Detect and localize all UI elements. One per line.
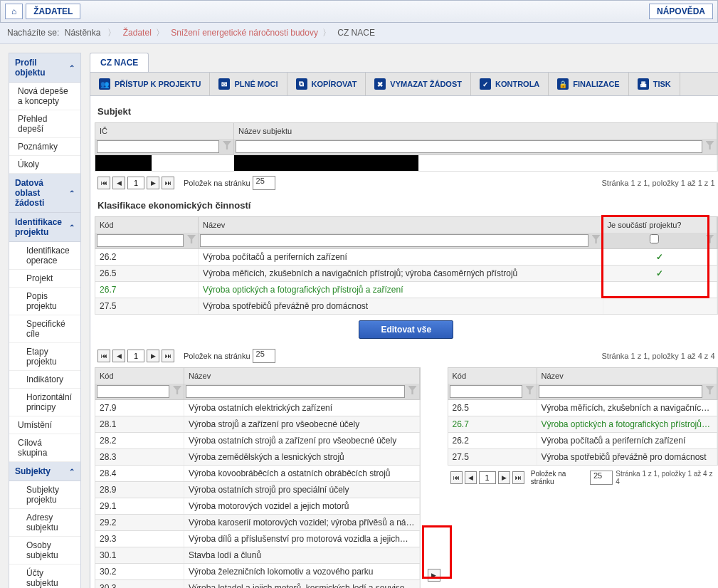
table-row[interactable]: 28.4 Výroba kovoobráběcích a ostatních o… (95, 466, 420, 482)
table-row[interactable]: 30.3 Výroba letadel a jejich motorů, kos… (95, 580, 420, 588)
pager-prev-button[interactable]: ◀ (465, 471, 477, 484)
pager-prev-button[interactable]: ◀ (112, 177, 125, 189)
sidebar-item-cilova[interactable]: Cílová skupina (9, 434, 80, 462)
filter-icon[interactable] (173, 386, 181, 394)
home-button[interactable]: ⌂ (5, 4, 23, 19)
table-row[interactable]: 28.2 Výroba ostatních strojů a zařízení … (95, 433, 420, 449)
filter-nazev-input[interactable] (200, 234, 588, 247)
filter-kod-input[interactable] (450, 385, 522, 398)
table-row[interactable]: 29.1 Výroba motorových vozidel a jejich … (95, 498, 420, 515)
sidebar-item[interactable]: Horizontální principy (9, 389, 80, 416)
filter-nazev-input[interactable] (539, 385, 702, 398)
pager-last-button[interactable]: ⏭ (162, 177, 174, 189)
zadatel-button[interactable]: ŽADATEL (26, 4, 80, 19)
filter-kod-input[interactable] (97, 385, 169, 398)
col-header-kod[interactable]: Kód (95, 217, 199, 233)
filter-soucasti-checkbox[interactable] (606, 234, 703, 243)
filter-icon[interactable] (526, 386, 534, 394)
pager-page-input[interactable] (127, 350, 144, 362)
sidebar-item[interactable]: Adresy subjektu (9, 509, 80, 537)
tool-vymazat[interactable]: ✖VYMAZAT ŽÁDOST (366, 73, 471, 95)
pager-last-button[interactable]: ⏭ (162, 350, 174, 362)
table-row[interactable]: 28.9 Výroba ostatních strojů pro speciál… (95, 482, 420, 498)
sidebar-item[interactable]: Projekt (9, 270, 80, 288)
pager-prev-button[interactable]: ◀ (112, 350, 125, 362)
sidebar-item[interactable]: Přehled depeší (9, 110, 80, 138)
table-row[interactable]: 28.1 Výroba strojů a zařízení pro všeobe… (95, 416, 420, 433)
filter-icon[interactable] (408, 386, 417, 394)
filter-icon[interactable] (223, 141, 231, 149)
table-row[interactable]: 26.2 Výroba počítačů a periferních zaříz… (95, 249, 717, 266)
table-row[interactable]: 26.7 Výroba optických a fotografických p… (95, 282, 717, 298)
tool-kopirovat[interactable]: ⧉KOPÍROVAT (287, 73, 366, 95)
filter-nazev-input[interactable] (236, 140, 702, 153)
table-row[interactable]: 30.2 Výroba železničních lokomotiv a voz… (95, 564, 420, 580)
sidebar-item-umisteni[interactable]: Umístění (9, 416, 80, 434)
table-row[interactable]: 28.3 Výroba zemědělských a lesnických st… (95, 449, 420, 466)
table-row[interactable]: 27.5 Výroba spotřebičů převážně pro domá… (448, 449, 718, 466)
col-header-soucasti[interactable]: Je součástí projektu? (603, 217, 717, 233)
tool-tisk[interactable]: 🖶TISK (629, 73, 680, 95)
breadcrumb-item[interactable]: Žadatel (123, 28, 152, 38)
pager-first-button[interactable]: ⏮ (97, 177, 110, 189)
pager-first-button[interactable]: ⏮ (97, 350, 110, 362)
sidebar-item[interactable]: Specifické cíle (9, 315, 80, 343)
pager-pagesize-select[interactable]: 25 (590, 471, 613, 485)
filter-icon[interactable] (706, 386, 714, 394)
pager-next-button[interactable]: ▶ (147, 177, 159, 189)
table-row[interactable]: 26.5 Výroba měřicích, zkušebních a navig… (448, 400, 718, 416)
table-row[interactable]: 26.7 Výroba optických a fotografických p… (448, 416, 718, 433)
table-row[interactable]: 29.2 Výroba karoserií motorových vozidel… (95, 515, 420, 531)
col-header-nazev[interactable]: Název (199, 217, 603, 233)
table-row[interactable]: 26.2 Výroba počítačů a periferních zaříz… (448, 433, 718, 449)
table-row[interactable]: 29.3 Výroba dílů a příslušenství pro mot… (95, 531, 420, 547)
pager-page-input[interactable] (479, 471, 496, 484)
filter-ic-input[interactable] (97, 140, 219, 153)
filter-icon[interactable] (592, 235, 601, 243)
pager-pagesize-select[interactable]: 25 (253, 349, 275, 363)
filter-kod-input[interactable] (97, 234, 184, 247)
pager-last-button[interactable]: ⏭ (512, 471, 524, 484)
pager-pagesize-select[interactable]: 25 (253, 176, 275, 190)
sidebar-item[interactable]: Poznámky (9, 138, 80, 156)
breadcrumb-item[interactable]: Snížení energetické náročnosti budovy (171, 28, 318, 38)
sidebar-item[interactable]: Osoby subjektu (9, 537, 80, 565)
sidebar-item[interactable]: Etapy projektu (9, 343, 80, 371)
tab-cz-nace[interactable]: CZ NACE (90, 53, 149, 72)
col-header-kod[interactable]: Kód (95, 368, 184, 384)
move-right-button[interactable]: ▶ (428, 569, 440, 582)
pager-next-button[interactable]: ▶ (498, 471, 510, 484)
tool-kontrola[interactable]: ✓KONTROLA (471, 73, 549, 95)
filter-nazev-input[interactable] (186, 385, 404, 398)
sidebar-group-profil[interactable]: Profil objektu⌃ (9, 53, 80, 83)
col-header-ic[interactable]: IČ (95, 123, 234, 139)
col-header-nazev[interactable]: Název (537, 368, 717, 384)
sidebar-item[interactable]: Popis projektu (9, 288, 80, 315)
sidebar-item[interactable]: Nová depeše a koncepty (9, 83, 80, 110)
col-header-kod[interactable]: Kód (448, 368, 537, 384)
sidebar-item[interactable]: Účty subjektu (9, 565, 80, 588)
pager-page-input[interactable] (127, 177, 144, 189)
breadcrumb-item[interactable]: Nástěnka (65, 28, 101, 38)
sidebar-item[interactable]: Úkoly (9, 156, 80, 174)
sidebar-item[interactable]: Subjekty projektu (9, 481, 80, 509)
pager-next-button[interactable]: ▶ (147, 350, 159, 362)
sidebar-item[interactable]: Identifikace operace (9, 242, 80, 270)
col-header-nazev[interactable]: Název subjektu (234, 123, 717, 139)
sidebar-item[interactable]: Indikátory (9, 371, 80, 389)
pager-first-button[interactable]: ⏮ (450, 471, 463, 484)
napoveda-button[interactable]: NÁPOVĚDA (649, 4, 713, 19)
sidebar-group-identifikace[interactable]: Identifikace projektu⌃ (9, 213, 80, 242)
filter-icon[interactable] (706, 141, 714, 149)
col-header-nazev[interactable]: Název (184, 368, 419, 384)
edit-all-button[interactable]: Editovat vše (359, 320, 453, 339)
sidebar-group-datova[interactable]: Datová oblast žádosti⌃ (9, 174, 80, 213)
table-row[interactable]: 27.5 Výroba spotřebičů převážně pro domá… (95, 298, 717, 315)
tool-pristup[interactable]: 👥PŘÍSTUP K PROJEKTU (90, 73, 210, 95)
table-row[interactable]: 30.1 Stavba lodí a člunů (95, 547, 420, 564)
filter-icon[interactable] (706, 235, 714, 243)
table-row[interactable]: 27.9 Výroba ostatních elektrických zaříz… (95, 400, 420, 416)
sidebar-group-subjekty[interactable]: Subjekty⌃ (9, 462, 80, 481)
table-row[interactable]: 26.5 Výroba měřicích, zkušebních a navig… (95, 266, 717, 282)
tool-finalizace[interactable]: 🔒FINALIZACE (549, 73, 628, 95)
